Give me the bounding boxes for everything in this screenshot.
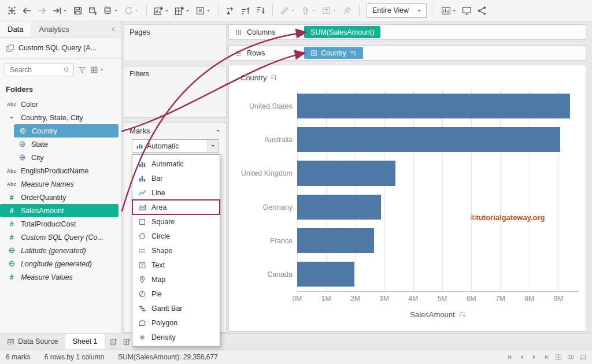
tab-sheet1[interactable]: Sheet 1 (65, 334, 105, 349)
filmstrip-icon[interactable] (567, 354, 574, 361)
sort-icon[interactable] (458, 311, 466, 318)
field-measure-names[interactable]: AbcMeasure Names (0, 177, 119, 191)
marks-type-density[interactable]: Density (132, 330, 220, 344)
new-datasource-button[interactable] (86, 2, 100, 18)
field-englishproductname[interactable]: AbcEnglishProductName (0, 164, 119, 177)
pill-country[interactable]: Country (304, 47, 363, 59)
bar[interactable] (297, 228, 374, 253)
nav-first-icon[interactable] (506, 354, 513, 361)
abc-icon: Abc (6, 181, 17, 187)
bar[interactable] (297, 195, 381, 220)
marks-type-polygon[interactable]: Polygon (132, 315, 220, 330)
sheet-sorter-icon[interactable] (555, 354, 562, 361)
nav-prev-icon[interactable] (519, 354, 526, 361)
collapse-pane-button[interactable] (106, 21, 121, 37)
field-state[interactable]: State (0, 138, 119, 151)
bar[interactable] (297, 161, 395, 185)
columns-shelf[interactable]: Columns SUM(SalesAmount) (228, 24, 586, 40)
tab-data-source[interactable]: Data Source (0, 334, 65, 349)
plus-box-icon[interactable] (310, 50, 317, 57)
nav-next-icon[interactable] (531, 354, 538, 361)
marks-type-circle[interactable]: Circle (132, 229, 220, 243)
search-box[interactable] (5, 64, 74, 76)
mark-type-dropdown-button[interactable] (208, 140, 218, 152)
tab-analytics[interactable]: Analytics (31, 21, 76, 37)
hash-icon: # (6, 220, 17, 228)
new-worksheet-button[interactable] (151, 2, 172, 18)
save-button[interactable] (71, 2, 85, 18)
tab-data[interactable]: Data (0, 21, 31, 37)
filters-card[interactable]: Filters (124, 66, 227, 118)
marks-type-line[interactable]: Line (132, 185, 220, 200)
view-as-button[interactable] (90, 66, 104, 74)
chart-x-axis-label[interactable]: SalesAmount (297, 310, 579, 319)
sort-icon[interactable] (350, 50, 357, 57)
sheet1-tab-label: Sheet 1 (72, 337, 97, 346)
field-totalproductcost[interactable]: #TotalProductCost (0, 217, 119, 231)
show-tabs-icon[interactable] (579, 354, 586, 361)
sort-descending-button[interactable] (253, 2, 268, 18)
bar[interactable] (297, 127, 560, 152)
marks-type-pie[interactable]: Pie (132, 287, 220, 301)
field-country[interactable]: Country (14, 124, 119, 138)
category-label: France (229, 224, 297, 258)
field-label: State (31, 140, 48, 148)
clear-sheet-button[interactable] (193, 2, 213, 18)
marks-type-shape[interactable]: Shape (132, 243, 220, 258)
refresh-button[interactable] (121, 2, 142, 18)
field-country-state-city[interactable]: Country, State, City (0, 111, 119, 124)
redo-button[interactable] (35, 2, 49, 18)
new-dashboard-button[interactable] (172, 2, 193, 18)
watermark: ©tutorialgateway.org (471, 213, 545, 222)
datasource-item[interactable]: Custom SQL Query (A... (0, 38, 121, 59)
rows-shelf[interactable]: Rows Country (228, 45, 586, 61)
field-latitude-generated[interactable]: Latitude (generated) (0, 244, 119, 257)
share-button[interactable] (475, 2, 489, 18)
search-input[interactable] (9, 65, 60, 75)
new-dashboard-button[interactable] (121, 338, 133, 346)
tableau-logo[interactable] (5, 2, 19, 18)
field-city[interactable]: City (0, 151, 119, 164)
marks-type-automatic[interactable]: Automatic (132, 157, 220, 171)
marks-type-gantt-bar[interactable]: Gantt Bar (132, 301, 220, 315)
new-worksheet-button[interactable] (108, 338, 120, 346)
menu-item-label: Pie (151, 290, 162, 298)
field-longitude-generated[interactable]: Longitude (generated) (0, 257, 119, 270)
marks-type-text[interactable]: Text (132, 258, 220, 272)
pill-sum-salesamount[interactable]: SUM(SalesAmount) (304, 26, 380, 38)
fit-selector[interactable]: Entire View (367, 3, 427, 18)
chevron-down-icon[interactable] (216, 128, 221, 133)
sort-icon[interactable] (270, 74, 278, 81)
field-color[interactable]: AbcColor (0, 98, 119, 111)
field-salesamount[interactable]: #SalesAmount (0, 204, 119, 217)
show-me-button[interactable] (439, 2, 459, 18)
highlight-button[interactable] (278, 2, 298, 18)
field-orderquantity[interactable]: #OrderQuantity (0, 191, 119, 204)
marks-type-square[interactable]: Square (132, 214, 220, 229)
swap-axes-button[interactable] (223, 2, 238, 18)
pin-icon (342, 6, 352, 16)
presentation-button[interactable] (460, 2, 474, 18)
marks-type-area[interactable]: Area (132, 200, 220, 214)
pages-card[interactable]: Pages (124, 24, 227, 61)
group-button[interactable] (298, 2, 319, 18)
chevron-down-icon[interactable] (417, 8, 422, 13)
chart-column-header[interactable]: Country (240, 73, 278, 82)
marks-type-bar[interactable]: Bar (132, 171, 220, 185)
field-measure-values[interactable]: #Measure Values (0, 270, 119, 284)
chevron-down-icon (99, 68, 104, 72)
field-label: Measure Values (21, 273, 73, 281)
marks-type-map[interactable]: Map (132, 272, 220, 287)
filter-fields-icon[interactable] (78, 66, 86, 74)
pause-updates-button[interactable] (101, 2, 121, 18)
bar[interactable] (297, 262, 354, 287)
fix-axes-button[interactable] (340, 2, 354, 18)
bar[interactable] (297, 94, 570, 118)
undo-button[interactable] (20, 2, 34, 18)
run-update-button[interactable] (50, 2, 70, 18)
field-custom-sql-query-co[interactable]: #Custom SQL Query (Co... (0, 231, 119, 244)
nav-last-icon[interactable] (543, 354, 550, 361)
mark-type-select[interactable]: Automatic (132, 139, 219, 153)
show-mark-labels-button[interactable] (319, 2, 339, 18)
sort-ascending-button[interactable] (238, 2, 253, 18)
